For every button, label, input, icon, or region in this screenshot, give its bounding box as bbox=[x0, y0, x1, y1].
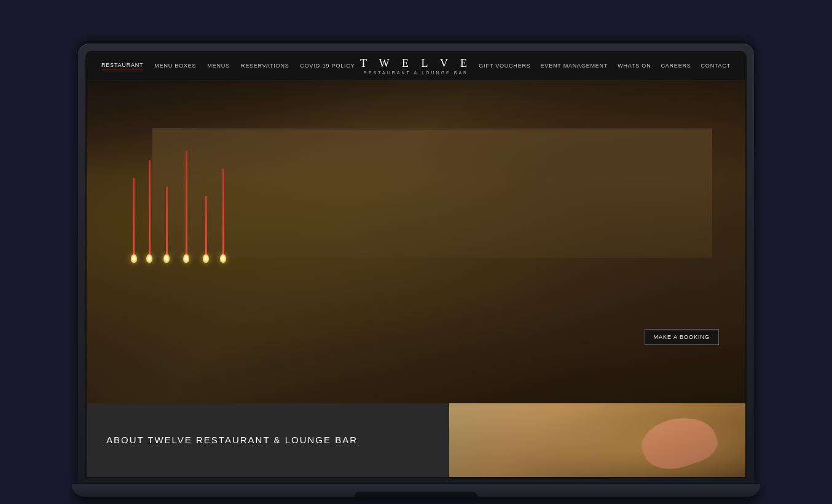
nav-menu-boxes[interactable]: MENU BOXES bbox=[154, 63, 196, 69]
bulb-2 bbox=[149, 160, 151, 258]
nav-whats-on[interactable]: WHATS ON bbox=[618, 63, 651, 69]
nav-gift-vouchers[interactable]: GIFT VOUCHERS bbox=[479, 63, 530, 69]
bulb-3 bbox=[166, 187, 168, 258]
nav-event-management[interactable]: EVENT MANAGEMENT bbox=[541, 63, 608, 69]
bottom-section: ABOUT TWELVE RESTAURANT & LOUNGE BAR bbox=[87, 403, 745, 477]
nav-menus[interactable]: MENUS bbox=[207, 63, 230, 69]
nav-covid-policy[interactable]: COVID-19 POLICY bbox=[300, 63, 355, 69]
about-panel: ABOUT TWELVE RESTAURANT & LOUNGE BAR bbox=[87, 403, 449, 477]
navbar: RESTAURANT MENU BOXES MENUS RESERVATIONS… bbox=[87, 52, 745, 80]
website: RESTAURANT MENU BOXES MENUS RESERVATIONS… bbox=[87, 52, 745, 477]
bulb-5 bbox=[205, 196, 207, 258]
bulbs-container bbox=[120, 80, 251, 258]
laptop-body: RESTAURANT MENU BOXES MENUS RESERVATIONS… bbox=[78, 44, 754, 486]
about-title: ABOUT TWELVE RESTAURANT & LOUNGE BAR bbox=[106, 435, 358, 445]
brand-name: T W E L V E bbox=[360, 57, 472, 70]
make-booking-button[interactable]: Make a Booking bbox=[645, 329, 720, 345]
nav-contact[interactable]: CONTACT bbox=[701, 63, 731, 69]
nav-right: GIFT VOUCHERS EVENT MANAGEMENT WHATS ON … bbox=[479, 63, 731, 69]
nav-center: T W E L V E RESTAURANT & LOUNGE BAR bbox=[360, 57, 472, 75]
bulb-4 bbox=[186, 151, 187, 258]
nav-restaurant[interactable]: RESTAURANT bbox=[101, 62, 143, 69]
laptop-screen-bezel: RESTAURANT MENU BOXES MENUS RESERVATIONS… bbox=[85, 51, 747, 478]
brand-subtitle: RESTAURANT & LOUNGE BAR bbox=[360, 71, 472, 75]
hero-image bbox=[87, 80, 745, 403]
laptop-wrapper: RESTAURANT MENU BOXES MENUS RESERVATIONS… bbox=[78, 19, 754, 486]
laptop-notch bbox=[355, 492, 477, 497]
hero-section: Make a Booking bbox=[87, 80, 745, 403]
laptop-base bbox=[72, 484, 760, 497]
nav-reservations[interactable]: RESERVATIONS bbox=[241, 63, 289, 69]
nav-left: RESTAURANT MENU BOXES MENUS RESERVATIONS… bbox=[101, 62, 355, 69]
nav-careers[interactable]: CAREERS bbox=[661, 63, 691, 69]
bulb-6 bbox=[222, 169, 224, 258]
photo-panel bbox=[449, 403, 745, 477]
bulb-1 bbox=[133, 178, 135, 258]
